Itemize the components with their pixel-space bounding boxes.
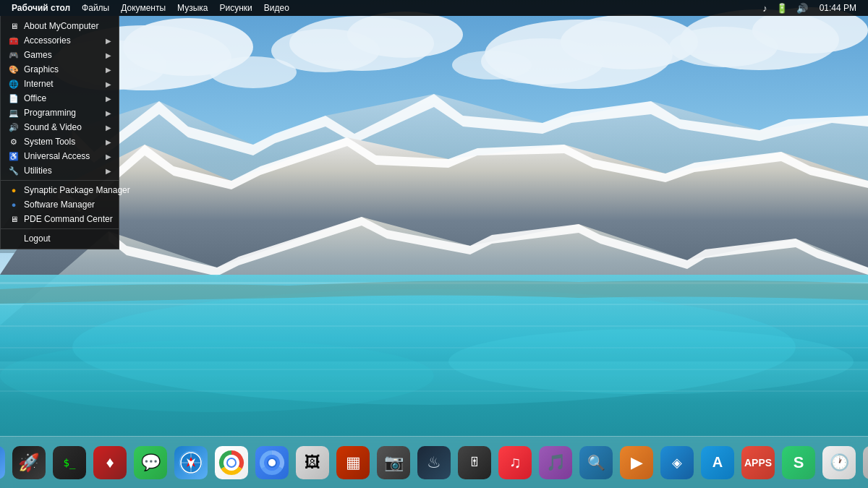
logout-icon — [8, 233, 20, 244]
dock-clock[interactable]: 🕐 — [820, 444, 858, 481]
programming-label: Programming — [24, 108, 101, 118]
menu-system-tools[interactable]: ⚙ System Tools ▶ — [1, 134, 119, 149]
dock-chrome[interactable] — [213, 444, 250, 481]
system-tools-arrow: ▶ — [106, 138, 111, 146]
svg-point-12 — [669, 27, 778, 67]
logout-label: Logout — [24, 234, 111, 244]
menu-internet[interactable]: 🌐 Internet ▶ — [1, 77, 119, 91]
chromium-icon — [255, 446, 289, 479]
dock-finder[interactable] — [0, 444, 7, 481]
clock: 01:44 PM — [814, 3, 862, 13]
infuse-icon: ▶ — [620, 446, 653, 479]
dock-chromium[interactable] — [253, 444, 291, 481]
battery-icon: 🔋 — [773, 3, 791, 14]
dock-airy[interactable]: 🎵 — [537, 444, 574, 481]
menu-logout[interactable]: Logout — [1, 231, 119, 246]
clock-icon: 🕐 — [822, 446, 856, 479]
topbar-documents[interactable]: Документы — [115, 0, 171, 16]
svg-point-45 — [268, 459, 276, 466]
browser2-icon: 🔍 — [579, 446, 613, 479]
system-tools-label: System Tools — [24, 137, 101, 147]
menu-programming[interactable]: 💻 Programming ▶ — [1, 106, 119, 120]
pde-icon: 🖥 — [8, 213, 20, 225]
dock-screenshot[interactable]: 📷 — [375, 444, 412, 481]
accessories-label: Accessories — [24, 35, 101, 46]
topbar-pictures[interactable]: Рисунки — [214, 0, 258, 16]
dock-safari[interactable] — [172, 444, 210, 481]
office-label: Office — [24, 93, 101, 103]
dock-photos[interactable]: 🖼 — [294, 444, 331, 481]
music-note-icon: ♪ — [760, 3, 770, 14]
svg-point-30 — [448, 329, 854, 394]
programming-icon: 💻 — [8, 107, 20, 119]
utilities-label: Utilities — [24, 166, 101, 176]
trash-icon: 🗑 — [863, 446, 868, 479]
games-arrow: ▶ — [106, 51, 111, 59]
appstore-icon: A — [701, 446, 734, 479]
music-icon: ♫ — [498, 446, 532, 479]
dock-mosaic[interactable]: ▦ — [334, 444, 372, 481]
topbar-right: ♪ 🔋 🔊 01:44 PM — [760, 3, 862, 14]
dock-trash[interactable]: 🗑 — [861, 444, 868, 481]
desktop: Рабочий стол Файлы Документы Музыка Рису… — [0, 0, 868, 488]
menu-office[interactable]: 📄 Office ▶ — [1, 91, 119, 106]
dock-cashew[interactable]: S — [780, 444, 817, 481]
accessories-arrow: ▶ — [106, 37, 111, 45]
topbar-video[interactable]: Видео — [258, 0, 295, 16]
topbar: Рабочий стол Файлы Документы Музыка Рису… — [0, 0, 868, 16]
mosaic-icon: ▦ — [336, 446, 370, 479]
internet-arrow: ▶ — [106, 80, 111, 88]
dock-terminal[interactable]: $_ — [51, 444, 88, 481]
dock-mixer[interactable]: 🎚 — [456, 444, 493, 481]
menu-software-manager[interactable]: ● Software Manager — [1, 197, 119, 212]
svg-point-42 — [228, 459, 235, 466]
dock-appsmanager[interactable]: APPS — [739, 444, 777, 481]
universal-access-arrow: ▶ — [106, 153, 111, 160]
menu-sound-video[interactable]: 🔊 Sound & Video ▶ — [1, 120, 119, 134]
topbar-music[interactable]: Музыка — [171, 0, 213, 16]
launchpad-icon: 🚀 — [12, 446, 46, 479]
menu-synaptic[interactable]: ● Synaptic Package Manager — [1, 183, 119, 197]
pde-label: PDE Command Center — [24, 214, 113, 224]
dock-steam[interactable]: ♨ — [415, 444, 453, 481]
menu-games[interactable]: 🎮 Games ▶ — [1, 48, 119, 62]
menu-button[interactable]: Рабочий стол — [6, 0, 76, 16]
internet-label: Internet — [24, 79, 101, 89]
universal-access-label: Universal Access — [24, 151, 101, 161]
graphics-arrow: ▶ — [106, 66, 111, 74]
appsmanager-icon: APPS — [741, 446, 775, 479]
synaptic-icon: ● — [8, 184, 20, 196]
sound-video-label: Sound & Video — [24, 122, 101, 132]
dock-launchpad[interactable]: 🚀 — [10, 444, 48, 481]
dock-music[interactable]: ♫ — [496, 444, 534, 481]
synaptic-label: Synaptic Package Manager — [24, 185, 130, 195]
menu-about[interactable]: 🖥 About MyComputer — [1, 19, 119, 33]
menu-accessories[interactable]: 🧰 Accessories ▶ — [1, 33, 119, 48]
application-menu: 🖥 About MyComputer 🧰 Accessories ▶ 🎮 Gam… — [0, 16, 119, 249]
accessories-icon: 🧰 — [8, 35, 20, 46]
menu-graphics[interactable]: 🎨 Graphics ▶ — [1, 62, 119, 77]
dock-infuse[interactable]: ▶ — [618, 444, 655, 481]
dock-browser2[interactable]: 🔍 — [577, 444, 615, 481]
graphics-label: Graphics — [24, 64, 101, 74]
sound-video-arrow: ▶ — [106, 124, 111, 132]
volume-icon: 🔊 — [793, 3, 811, 14]
aisleriot-icon: ♦ — [93, 446, 127, 479]
svg-point-14 — [452, 51, 532, 80]
photos-icon: 🖼 — [296, 446, 329, 479]
separator-2 — [1, 228, 119, 229]
menu-universal-access[interactable]: ♿ Universal Access ▶ — [1, 149, 119, 163]
airy-icon: 🎵 — [539, 446, 572, 479]
menu-pde-command[interactable]: 🖥 PDE Command Center — [1, 212, 119, 226]
games-icon: 🎮 — [8, 49, 20, 61]
steam-icon: ♨ — [417, 446, 451, 479]
dock-aisleriot[interactable]: ♦ — [91, 444, 129, 481]
universal-access-icon: ♿ — [8, 150, 20, 162]
svg-point-13 — [210, 56, 297, 88]
dock-appstore[interactable]: A — [699, 444, 736, 481]
topbar-files[interactable]: Файлы — [76, 0, 115, 16]
dock-messages[interactable]: 💬 — [132, 444, 169, 481]
menu-utilities[interactable]: 🔧 Utilities ▶ — [1, 163, 119, 178]
dock-kodi[interactable]: ◈ — [658, 444, 696, 481]
finder-icon — [0, 446, 5, 479]
